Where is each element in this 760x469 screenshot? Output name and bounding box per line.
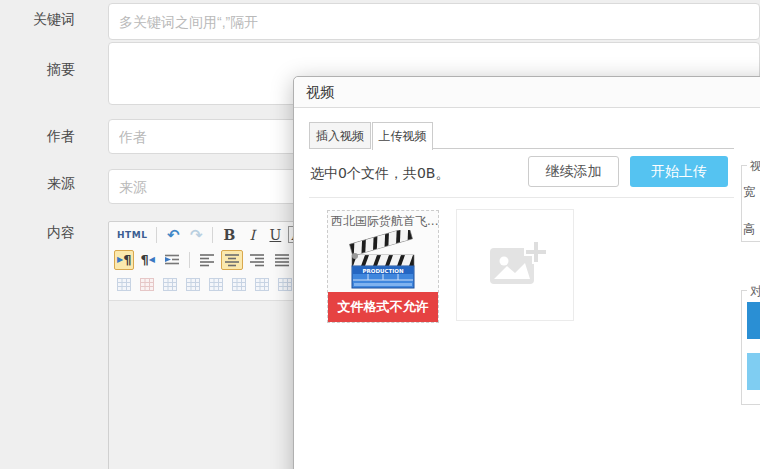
table-caption-icon	[160, 275, 180, 295]
toolbar-separator	[189, 252, 190, 268]
dialog-title: 视频	[294, 77, 760, 108]
align-legend: 对	[747, 283, 760, 300]
selection-status-text: 选中0个文件，共0B。	[310, 165, 449, 183]
insert-col-left-icon	[114, 275, 134, 295]
align-right-button[interactable]	[246, 250, 268, 270]
align-left-icon	[199, 253, 215, 267]
align-center-button[interactable]	[221, 250, 243, 270]
source-code-button[interactable]: HTML	[114, 225, 150, 245]
start-upload-button[interactable]: 开始上传	[630, 156, 728, 187]
justify-icon	[274, 253, 290, 267]
file-format-error-badge: 文件格式不允许	[328, 292, 438, 322]
height-label: 高	[743, 221, 755, 238]
align-option-preview[interactable]	[747, 302, 760, 339]
undo-icon[interactable]: ↶	[163, 225, 183, 245]
redo-icon: ↷	[186, 225, 206, 245]
merge-cells-right-icon	[183, 275, 203, 295]
summary-label: 摘要	[0, 61, 75, 79]
add-image-icon	[483, 238, 547, 292]
add-file-placeholder[interactable]	[456, 209, 574, 321]
table-cols-icon	[275, 275, 295, 295]
align-right-icon	[249, 253, 265, 267]
delete-row-icon	[137, 275, 157, 295]
file-name: 西北国际货航首飞...	[328, 213, 438, 230]
rtl-paragraph-button[interactable]: ¶◀	[137, 250, 157, 270]
article-editor-page: 关键词 摘要 作者 来源 内容 HTML ↶ ↷ B I U A ▶¶ ¶◀	[0, 0, 760, 469]
toolbar-separator	[156, 227, 157, 243]
align-left-button[interactable]	[196, 250, 218, 270]
tab-bottom-border	[433, 148, 734, 149]
align-center-icon	[224, 253, 240, 267]
keyword-input[interactable]	[108, 3, 760, 40]
tab-upload-video[interactable]: 上传视频	[372, 122, 433, 150]
justify-button[interactable]	[271, 250, 293, 270]
bold-button[interactable]: B	[219, 225, 239, 245]
toolbar-separator	[212, 227, 213, 243]
keyword-label: 关键词	[0, 11, 75, 29]
source-label: 来源	[0, 175, 75, 193]
content-label: 内容	[0, 224, 75, 242]
underline-button[interactable]: U	[265, 225, 285, 245]
video-clapperboard-icon: PRODUCTION	[345, 230, 421, 290]
continue-add-button[interactable]: 继续添加	[528, 156, 619, 187]
table-rows-icon	[252, 275, 272, 295]
author-label: 作者	[0, 128, 75, 146]
svg-text:PRODUCTION: PRODUCTION	[362, 268, 403, 274]
video-dialog: 视频 插入视频 上传视频 选中0个文件，共0B。 继续添加 开始上传 西北国际货…	[293, 76, 760, 469]
indent-button[interactable]	[161, 250, 183, 270]
insert-table-icon	[229, 275, 249, 295]
queue-separator	[309, 197, 734, 198]
size-legend: 视	[747, 158, 760, 175]
indent-icon	[164, 253, 180, 267]
upload-queue-item[interactable]: 西北国际货航首飞... PRODUCTION	[327, 210, 439, 323]
insert-row-down-icon	[206, 275, 226, 295]
align-option-preview[interactable]	[747, 353, 760, 390]
italic-button[interactable]: I	[242, 225, 262, 245]
ltr-paragraph-button[interactable]: ▶¶	[114, 250, 134, 270]
width-label: 宽	[743, 184, 755, 201]
tab-insert-video[interactable]: 插入视频	[309, 122, 371, 149]
